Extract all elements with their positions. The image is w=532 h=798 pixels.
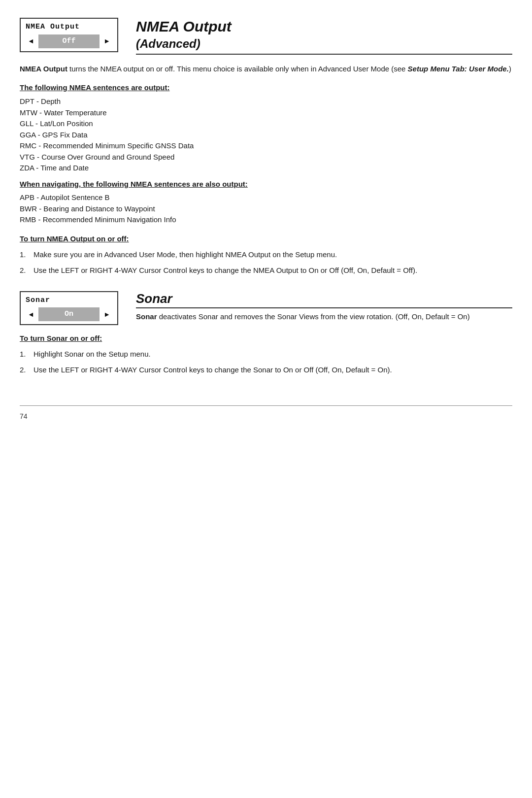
instructions2-list: 1.Highlight Sonar on the Setup menu.2.Us… — [20, 349, 512, 376]
list-item: BWR - Bearing and Distance to Waypoint — [20, 203, 512, 215]
nmea-description: NMEA Output turns the NMEA output on or … — [20, 64, 512, 75]
section2-list: APB - Autopilot Sentence BBWR - Bearing … — [20, 192, 512, 226]
footer: 74 — [20, 405, 512, 422]
list-text: Use the LEFT or RIGHT 4-WAY Cursor Contr… — [33, 365, 512, 376]
list-text: Use the LEFT or RIGHT 4-WAY Cursor Contr… — [33, 265, 512, 276]
nmea-widget-control: ◄ Off ► — [26, 34, 112, 48]
sonar-widget-label: Sonar — [26, 295, 112, 306]
page-number: 74 — [20, 412, 28, 420]
sonar-desc-text: deactivates Sonar and removes the Sonar … — [157, 312, 470, 321]
nmea-desc-bold: NMEA Output — [20, 65, 67, 73]
numbered-list-item: 1.Make sure you are in Advanced User Mod… — [20, 249, 512, 261]
section1-heading: The following NMEA sentences are output: — [20, 82, 512, 93]
page-title-line1: NMEA Output — [136, 18, 512, 35]
list-number: 1. — [20, 249, 33, 261]
numbered-list-item: 2.Use the LEFT or RIGHT 4-WAY Cursor Con… — [20, 265, 512, 276]
sonar-widget: Sonar ◄ On ► — [20, 291, 118, 326]
sonar-title-block: Sonar Sonar deactivates Sonar and remove… — [136, 291, 512, 323]
list-text: Make sure you are in Advanced User Mode,… — [33, 249, 512, 261]
nmea-arrow-left[interactable]: ◄ — [26, 36, 36, 46]
sonar-title: Sonar — [136, 291, 512, 306]
list-item: GGA - GPS Fix Data — [20, 130, 512, 141]
list-number: 2. — [20, 265, 33, 276]
section1-list: DPT - DepthMTW - Water TemperatureGLL - … — [20, 96, 512, 174]
instructions1-heading: To turn NMEA Output on or off: — [20, 233, 512, 244]
list-number: 1. — [20, 349, 33, 360]
sonar-widget-control: ◄ On ► — [26, 307, 112, 321]
list-item: GLL - Lat/Lon Position — [20, 118, 512, 130]
numbered-list-item: 2.Use the LEFT or RIGHT 4-WAY Cursor Con… — [20, 365, 512, 376]
nmea-widget-label: NMEA Output — [26, 22, 112, 33]
list-item: MTW - Water Temperature — [20, 107, 512, 119]
sonar-arrow-right[interactable]: ► — [101, 309, 112, 319]
page-title-line2: (Advanced) — [136, 35, 512, 53]
nmea-desc-text: turns the NMEA output on or off. This me… — [67, 65, 511, 73]
sonar-title-underline — [136, 307, 512, 308]
list-number: 2. — [20, 365, 33, 376]
nmea-title-block: NMEA Output (Advanced) — [136, 18, 512, 55]
list-item: APB - Autopilot Sentence B — [20, 192, 512, 203]
instructions2-heading: To turn Sonar on or off: — [20, 333, 512, 344]
list-item: RMB - Recommended Minimum Navigation Inf… — [20, 214, 512, 226]
instructions1-list: 1.Make sure you are in Advanced User Mod… — [20, 249, 512, 276]
nmea-widget: NMEA Output ◄ Off ► — [20, 18, 118, 52]
sonar-description: Sonar deactivates Sonar and removes the … — [136, 311, 512, 323]
list-item: RMC - Recommended Minimum Specific GNSS … — [20, 140, 512, 152]
title-underline — [136, 54, 512, 55]
nmea-arrow-right[interactable]: ► — [101, 36, 112, 46]
numbered-list-item: 1.Highlight Sonar on the Setup menu. — [20, 349, 512, 360]
sonar-desc-bold: Sonar — [136, 312, 157, 321]
list-item: DPT - Depth — [20, 96, 512, 107]
sonar-section: Sonar ◄ On ► Sonar Sonar deactivates Son… — [20, 291, 512, 326]
sonar-arrow-left[interactable]: ◄ — [26, 309, 36, 319]
list-text: Highlight Sonar on the Setup menu. — [33, 349, 512, 360]
section2-heading: When navigating, the following NMEA sent… — [20, 179, 512, 190]
list-item: VTG - Course Over Ground and Ground Spee… — [20, 152, 512, 163]
nmea-top-section: NMEA Output ◄ Off ► NMEA Output (Advance… — [20, 18, 512, 55]
sonar-widget-value: On — [38, 307, 100, 321]
list-item: ZDA - Time and Date — [20, 163, 512, 174]
nmea-widget-value: Off — [38, 34, 100, 48]
